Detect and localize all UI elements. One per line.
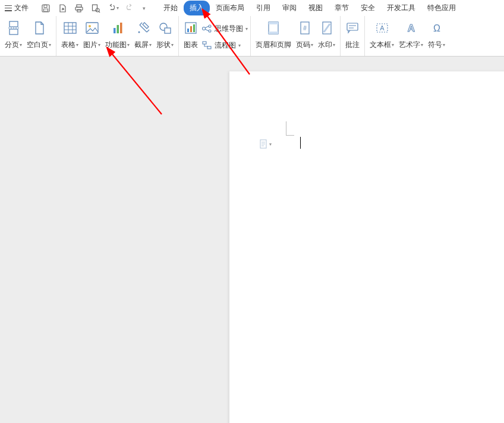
file-menu-label: 文件	[14, 3, 29, 13]
chevron-down-icon: ▾	[311, 42, 313, 48]
svg-text:A: A	[380, 24, 385, 32]
tab-security[interactable]: 安全	[355, 1, 381, 15]
quick-access-toolbar	[40, 3, 101, 14]
svg-rect-14	[116, 25, 119, 33]
export-icon[interactable]	[57, 3, 68, 14]
flowchart-label: 流程图	[215, 40, 236, 51]
tab-view[interactable]: 视图	[303, 1, 329, 15]
annotate-button[interactable]: 批注	[343, 20, 362, 54]
chevron-down-icon: ▾	[98, 42, 100, 48]
textbox-button[interactable]: A 文本框▾	[367, 20, 396, 54]
svg-point-25	[209, 30, 211, 32]
screenshot-label: 截屏	[134, 40, 149, 50]
blank-page-icon	[33, 20, 45, 36]
tab-review[interactable]: 审阅	[276, 1, 303, 15]
document-page[interactable]: ▾	[229, 71, 504, 423]
margin-corner-marker	[286, 121, 294, 136]
ribbon-group-chart: 图表 思维导图 ▾ 流程图 ▾	[179, 16, 251, 56]
titlebar: 文件 ▾ ▾ 开始 插入 页面布局 引用 审阅 视图 章节	[0, 0, 504, 16]
tab-dev-tools[interactable]: 开发工具	[381, 1, 421, 15]
chart-button[interactable]: 图表	[181, 20, 200, 54]
print-icon[interactable]	[74, 3, 84, 14]
svg-text:#: #	[303, 25, 307, 32]
screenshot-button[interactable]: 截屏▾	[132, 20, 154, 54]
tab-special-apps[interactable]: 特色应用	[421, 1, 462, 15]
page-break-icon	[7, 20, 20, 36]
symbol-button[interactable]: Ω 符号▾	[426, 20, 448, 54]
feature-chart-label: 功能图	[105, 40, 127, 50]
symbol-icon: Ω	[430, 20, 443, 36]
wordart-button[interactable]: A 艺术字▾	[396, 20, 426, 54]
header-footer-button[interactable]: 页眉和页脚	[253, 20, 294, 54]
svg-text:Ω: Ω	[433, 23, 440, 33]
page-number-button[interactable]: # 页码▾	[294, 20, 316, 54]
hamburger-icon	[5, 5, 12, 11]
svg-rect-34	[347, 23, 358, 30]
blank-page-label: 空白页	[27, 40, 48, 50]
tab-start[interactable]: 开始	[158, 1, 184, 15]
svg-rect-1	[44, 5, 47, 7]
table-button[interactable]: 表格▾	[59, 20, 81, 54]
picture-icon	[85, 20, 99, 36]
picture-button[interactable]: 图片▾	[81, 20, 103, 54]
svg-text:A: A	[407, 23, 414, 34]
svg-rect-29	[269, 22, 278, 24]
blank-page-button[interactable]: 空白页▾	[24, 20, 53, 54]
tab-reference[interactable]: 引用	[250, 1, 276, 15]
svg-rect-21	[190, 26, 192, 32]
watermark-button[interactable]: 水印▾	[316, 20, 338, 54]
save-icon[interactable]	[40, 3, 51, 14]
tab-insert[interactable]: 插入	[184, 1, 210, 15]
page-number-icon: #	[299, 20, 311, 36]
ribbon-group-page: 分页▾ 空白页▾	[0, 16, 56, 56]
mindmap-label: 思维导图	[215, 24, 243, 34]
shapes-icon	[158, 20, 172, 36]
svg-rect-27	[207, 46, 211, 49]
document-icon	[259, 139, 267, 149]
flowchart-button[interactable]: 流程图 ▾	[201, 37, 248, 53]
chevron-down-icon: ▾	[238, 43, 241, 48]
ribbon-group-illustration: 表格▾ 图片▾ 功能图▾ 截屏▾ 形状▾	[56, 16, 179, 56]
svg-rect-8	[10, 21, 18, 27]
chevron-down-icon: ▾	[20, 42, 22, 48]
textbox-label: 文本框	[370, 40, 391, 50]
print-preview-icon[interactable]	[90, 3, 101, 14]
undo-dropdown-icon[interactable]: ▾	[116, 5, 119, 11]
svg-point-12	[89, 25, 91, 27]
symbol-label: 符号	[428, 40, 442, 50]
page-break-label: 分页	[5, 40, 19, 50]
mindmap-button[interactable]: 思维导图 ▾	[201, 21, 248, 36]
shapes-label: 形状	[156, 40, 171, 50]
shapes-button[interactable]: 形状▾	[154, 20, 176, 54]
tab-page-layout[interactable]: 页面布局	[210, 1, 250, 15]
page-break-button[interactable]: 分页▾	[2, 20, 24, 54]
chevron-down-icon: ▾	[76, 42, 78, 48]
page-number-label: 页码	[296, 40, 310, 50]
svg-rect-9	[10, 29, 18, 35]
chart-icon	[184, 20, 198, 36]
redo-button[interactable]	[125, 2, 134, 14]
annotate-label: 批注	[345, 40, 360, 50]
annotate-icon	[345, 20, 360, 36]
chevron-down-icon: ▾	[392, 42, 394, 48]
mindmap-icon	[201, 24, 212, 33]
feature-chart-icon	[111, 20, 125, 36]
table-icon	[63, 20, 77, 36]
insert-ribbon: 分页▾ 空白页▾ 表格▾ 图片▾ 功能图▾	[0, 16, 504, 57]
svg-rect-15	[120, 23, 122, 33]
svg-rect-18	[165, 28, 171, 33]
paragraph-options-chip[interactable]: ▾	[259, 139, 272, 149]
feature-chart-button[interactable]: 功能图▾	[103, 20, 132, 54]
tab-chapter[interactable]: 章节	[329, 1, 355, 15]
undo-button[interactable]	[107, 2, 116, 14]
file-menu[interactable]: 文件	[2, 0, 31, 16]
quick-access-customize-icon[interactable]: ▾	[143, 5, 146, 11]
table-label: 表格	[61, 40, 75, 50]
text-cursor	[300, 137, 301, 149]
document-workspace[interactable]: ▾	[0, 57, 504, 423]
svg-rect-6	[93, 5, 97, 11]
chevron-down-icon: ▾	[171, 42, 174, 48]
chevron-down-icon: ▾	[443, 42, 445, 48]
menu-tabs: 开始 插入 页面布局 引用 审阅 视图 章节 安全 开发工具 特色应用	[158, 1, 462, 15]
chevron-down-icon: ▾	[245, 26, 248, 32]
